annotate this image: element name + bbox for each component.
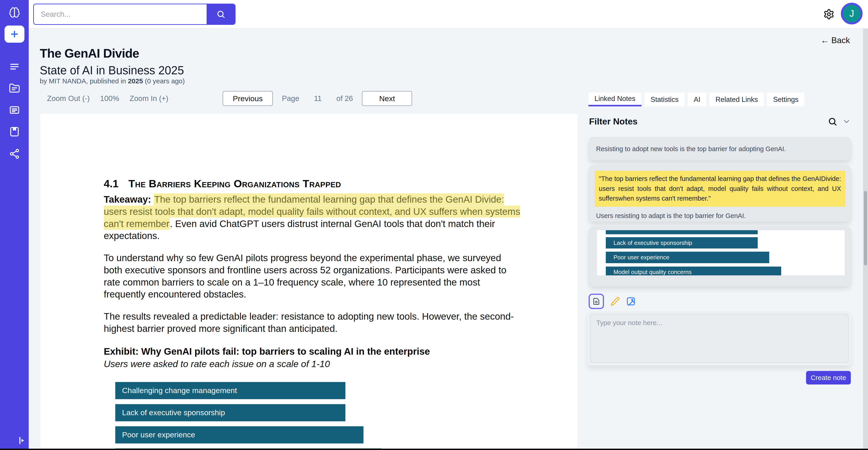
pencil-icon[interactable] (610, 297, 620, 306)
topbar: J (29, 0, 868, 29)
byline-prefix: by MIT NANDA, published in (40, 77, 126, 85)
note-card[interactable]: Resisting to adopt new tools is the top … (589, 137, 851, 161)
search-icon (216, 10, 225, 19)
note-type-toolbar (589, 294, 636, 309)
text-note-type-button[interactable] (589, 294, 604, 309)
bar-lack-of-executive-sponsorship: Lack of executive sponsorship (115, 404, 345, 421)
pdf-page-content: 4.1 The Barriers Keeping Organizations T… (104, 177, 521, 450)
bar-label: Lack of executive sponsorship (122, 408, 225, 417)
section-title: The Barriers Keeping Organizations Trapp… (128, 177, 341, 190)
note-card[interactable]: "The top barriers reflect the fundamenta… (589, 166, 851, 222)
page-number-input[interactable] (308, 94, 327, 103)
byline-year: 2025 (128, 77, 143, 85)
back-link[interactable]: ← Back (820, 36, 850, 45)
tab-ai[interactable]: AI (688, 93, 706, 106)
bar-lack-of-executive-sponsorship: Lack of executive sponsorship (606, 237, 758, 249)
sidebar-item-notes-icon[interactable] (9, 104, 20, 116)
sidebar-item-feed-icon[interactable] (9, 61, 20, 72)
search-bar (33, 4, 236, 25)
zoom-level: 100% (100, 94, 119, 103)
byline: by MIT NANDA, published in 2025 (0 years… (40, 77, 185, 85)
scrollbar-thumb[interactable] (864, 191, 867, 265)
user-avatar[interactable]: J (841, 3, 863, 24)
tab-linked-notes[interactable]: Linked Notes (588, 93, 642, 106)
chart-snapshot-image: Lack of executive sponsorship Poor user … (597, 230, 845, 276)
paragraph: To understand why so few GenAI pilots pr… (104, 252, 521, 300)
bar-poor-user-experience: Poor user experience (115, 426, 364, 444)
pdf-page: 4.1 The Barriers Keeping Organizations T… (40, 114, 578, 450)
image-note-card[interactable]: Lack of executive sponsorship Poor user … (589, 227, 851, 286)
zoom-in-button[interactable]: Zoom In (+) (129, 94, 168, 103)
sidebar-item-bookmarks-icon[interactable] (9, 126, 20, 137)
bar-label: Model output quality concerns (614, 268, 691, 276)
image-icon[interactable] (626, 297, 636, 306)
paragraph: The results revealed a predictable leade… (104, 311, 521, 335)
note-text: Resisting to adopt new tools is the top … (596, 145, 786, 153)
next-page-button[interactable]: Next (362, 91, 412, 106)
add-new-button[interactable] (4, 26, 24, 43)
filter-notes-header: Filter Notes (589, 117, 851, 127)
takeaway-paragraph: Takeaway: The top barriers reflect the f… (104, 193, 521, 242)
pagination: Previous Page of 26 Next (223, 91, 412, 106)
tab-related-links[interactable]: Related Links (709, 93, 764, 106)
vertical-scrollbar[interactable] (863, 29, 868, 450)
note-composer (587, 311, 851, 365)
page-title: The GenAI Divide (40, 46, 139, 61)
avatar-initial: J (849, 8, 854, 19)
zoom-out-button[interactable]: Zoom Out (-) (47, 94, 90, 103)
create-note-button[interactable]: Create note (806, 371, 851, 385)
bar-poor-user-experience: Poor user experience (606, 252, 769, 263)
barriers-bar-chart: Challenging change management Lack of ex… (115, 382, 521, 450)
section-number: 4.1 (104, 177, 119, 190)
right-panel-tabs: Linked Notes Statistics AI Related Links… (588, 93, 804, 106)
zoom-controls: Zoom Out (-) 100% Zoom In (+) (47, 92, 168, 105)
bar-challenging-change-management: Challenging change management (115, 382, 345, 399)
bar-label: Poor user experience (122, 430, 195, 439)
bar-label: Challenging change management (122, 386, 237, 395)
tab-statistics[interactable]: Statistics (645, 93, 685, 106)
file-text-icon (592, 297, 600, 306)
plus-icon (9, 29, 20, 39)
byline-suffix: (0 years ago) (145, 77, 185, 85)
highlighted-quote: "The top barriers reflect the fundamenta… (595, 171, 845, 207)
filter-search-icon[interactable] (828, 117, 837, 126)
previous-page-button[interactable]: Previous (223, 91, 273, 106)
window-bottom-edge (0, 449, 868, 450)
sidebar-item-folders-icon[interactable] (9, 83, 20, 94)
takeaway-label: Takeaway: (104, 194, 151, 205)
search-button[interactable] (207, 4, 235, 24)
note-input[interactable] (590, 314, 848, 363)
chevron-down-icon[interactable] (842, 117, 851, 126)
bar-label: Poor user experience (614, 254, 669, 261)
sidebar (0, 0, 29, 450)
exhibit-subtitle: Users were asked to rate each issue on a… (104, 359, 521, 369)
note-text: Users resisting to adapt is the top barr… (595, 212, 845, 220)
page-total: of 26 (336, 94, 353, 103)
sidebar-item-share-icon[interactable] (9, 148, 20, 160)
bar-model-output-quality-concerns: Model output quality concerns (606, 266, 781, 276)
expand-panel-icon[interactable] (16, 436, 26, 446)
filter-notes-title: Filter Notes (589, 117, 638, 127)
page-label: Page (282, 94, 299, 103)
page-subtitle: State of AI in Business 2025 (40, 64, 184, 77)
search-input[interactable] (34, 4, 207, 24)
brain-logo-icon[interactable] (9, 7, 20, 18)
section-heading: 4.1 The Barriers Keeping Organizations T… (104, 177, 521, 190)
cropped-bar (606, 230, 758, 234)
settings-gear-icon[interactable] (823, 8, 835, 20)
bar-label: Lack of executive sponsorship (614, 239, 692, 247)
tab-settings[interactable]: Settings (767, 93, 804, 106)
exhibit-title: Exhibit: Why GenAI pilots fail: top barr… (104, 346, 521, 357)
